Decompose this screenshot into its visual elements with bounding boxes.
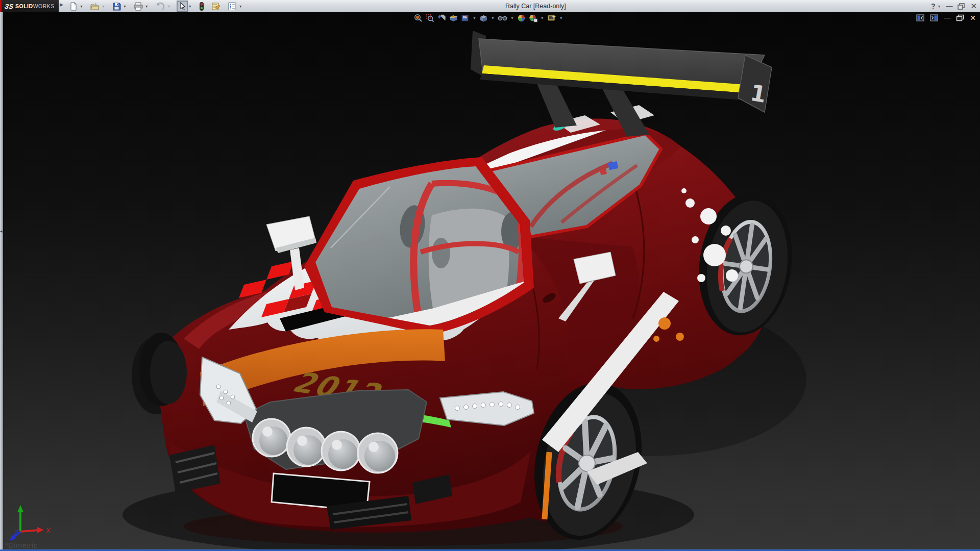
feature-pane-toggle-button[interactable] (916, 14, 924, 21)
save-floppy-icon (112, 2, 121, 11)
rear-wing[interactable]: 1 (471, 31, 772, 137)
close-button[interactable]: ✕ (970, 0, 977, 12)
feature-panel-splitter[interactable] (0, 12, 3, 549)
y-axis-arrow (17, 505, 23, 512)
x-axis-label: X (45, 527, 51, 534)
minimize-button[interactable]: — (946, 0, 952, 12)
section-view-icon (449, 14, 458, 22)
rebuild-button[interactable] (198, 1, 206, 12)
new-button[interactable] (67, 1, 79, 12)
zoom-to-area-button[interactable] (425, 13, 435, 23)
zoom-to-area-icon (426, 14, 434, 22)
window-title: Rally Car [Read-only] (505, 3, 566, 10)
hide-show-items-button[interactable] (497, 13, 508, 23)
panel-collapse-arrow-icon[interactable]: ◂ (0, 229, 3, 234)
print-dropdown-caret[interactable]: ▼ (144, 5, 150, 8)
options-button[interactable] (226, 1, 238, 12)
print-button[interactable] (132, 1, 144, 12)
z-axis-label: Z (14, 529, 19, 536)
x-axis-arrow (37, 527, 44, 533)
select-dropdown-caret[interactable]: ▼ (188, 5, 193, 8)
save-dropdown-caret[interactable]: ▼ (122, 5, 128, 8)
logo-mark: ЗS (4, 3, 14, 10)
apply-scene-button[interactable] (528, 13, 538, 23)
open-dropdown-caret[interactable]: ▼ (101, 5, 107, 8)
new-dropdown-caret[interactable]: ▼ (79, 5, 85, 8)
help-button[interactable]: ? (931, 0, 936, 12)
standard-toolbar: ▼ ▼ ▼ ▼ (67, 0, 244, 12)
view-settings-button[interactable] (547, 13, 557, 23)
task-pane-toggle-button[interactable] (930, 14, 938, 21)
display-style-caret[interactable]: ▼ (491, 16, 495, 20)
previous-view-button[interactable] (437, 13, 447, 23)
save-button[interactable] (111, 1, 122, 12)
view-settings-caret[interactable]: ▼ (559, 16, 563, 20)
model-rally-car[interactable]: 2012 (0, 12, 980, 549)
file-properties-icon (211, 2, 220, 11)
hide-show-items-icon (498, 14, 507, 22)
rebuild-traffic-light-icon (199, 2, 204, 11)
document-window-controls: — ✕ (916, 14, 976, 22)
doc-minimize-button[interactable]: — (944, 14, 950, 22)
view-orientation-icon (461, 14, 470, 22)
zoom-to-fit-button[interactable] (413, 13, 423, 23)
select-button[interactable] (177, 1, 188, 12)
options-icon (228, 2, 237, 11)
undo-dropdown-caret[interactable]: ▼ (167, 5, 173, 8)
edit-appearance-icon (517, 14, 526, 22)
view-orientation-button[interactable] (460, 13, 470, 23)
apply-scene-icon (529, 14, 537, 22)
previous-view-icon (437, 14, 446, 22)
new-document-icon (69, 2, 78, 11)
doc-restore-button[interactable] (956, 14, 964, 21)
options-dropdown-caret[interactable]: ▼ (238, 5, 244, 8)
print-icon (134, 2, 143, 11)
zoom-to-fit-icon (414, 14, 423, 22)
window-controls: ? ▼ — ✕ (931, 0, 977, 12)
solidworks-logo: ЗS SOLIDWORKS (2, 0, 59, 12)
headsup-view-toolbar: ▼ ▼ ▼ (413, 13, 564, 23)
select-cursor-icon (178, 2, 186, 11)
help-dropdown-caret[interactable]: ▼ (937, 5, 941, 8)
view-settings-icon (547, 14, 556, 22)
restore-button[interactable] (958, 3, 965, 10)
edit-appearance-button[interactable] (517, 13, 526, 23)
display-style-icon (479, 14, 488, 22)
section-view-button[interactable] (449, 13, 458, 23)
doc-close-button[interactable]: ✕ (970, 14, 976, 22)
hide-show-items-caret[interactable]: ▼ (510, 16, 514, 20)
undo-button[interactable] (154, 1, 167, 12)
toolbar-expander-icon[interactable]: ▶ (60, 2, 63, 7)
file-properties-button[interactable] (210, 1, 222, 12)
logo-text-bold: SOLID (15, 3, 33, 9)
graphics-viewport[interactable]: 2012 (0, 12, 980, 549)
undo-icon (156, 2, 165, 11)
title-bar: ЗS SOLIDWORKS ▶ ▼ ▼ ▼ (0, 0, 980, 12)
view-orientation-label: *Dimetric (5, 541, 38, 549)
apply-scene-caret[interactable]: ▼ (541, 16, 544, 20)
view-orientation-caret[interactable]: ▼ (473, 16, 476, 20)
orientation-triad[interactable]: X Z (7, 503, 53, 546)
logo-text-light: WORKS (33, 3, 55, 9)
open-button[interactable] (89, 1, 101, 12)
open-folder-icon (90, 2, 100, 11)
display-style-button[interactable] (479, 13, 488, 23)
